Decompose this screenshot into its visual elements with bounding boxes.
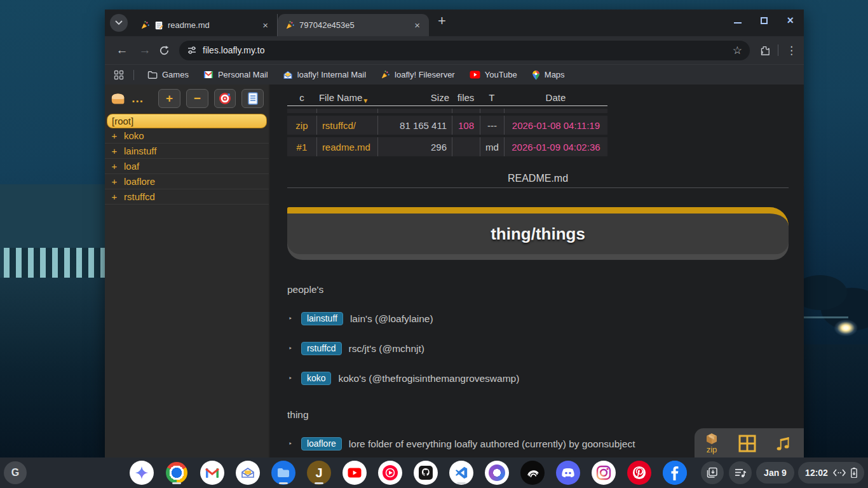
expand-all-button[interactable]: +	[158, 89, 180, 108]
maps-pin-icon	[532, 70, 540, 80]
media-controls-tray-button[interactable]	[729, 461, 752, 484]
tree-item-loaf[interactable]: + loaf	[105, 159, 269, 174]
address-bar[interactable]: files.loafly.my.to ☆	[179, 41, 750, 60]
pinterest-app-icon[interactable]	[627, 461, 651, 485]
tree-item-loaflore[interactable]: + loaflore	[105, 174, 269, 189]
badge-koko[interactable]: koko	[301, 372, 332, 385]
tab-title: 797042e453e5	[299, 20, 407, 30]
cell-size: 81 165 411	[377, 116, 452, 135]
gemini-app-icon[interactable]	[130, 461, 154, 485]
table-row-rstuffcd: zip rstuffcd/ 81 165 411 108 --- 2026-01…	[287, 116, 607, 135]
bookmark-personal-mail[interactable]: Personal Mail	[200, 70, 272, 79]
reload-button[interactable]	[158, 44, 170, 57]
tree-item-rstuffcd[interactable]: + rstuffcd	[105, 189, 269, 205]
tree-item-koko[interactable]: + koko	[105, 128, 269, 144]
apps-grid-icon[interactable]	[114, 70, 124, 80]
party-popper-icon	[381, 70, 390, 79]
loop-app-icon[interactable]	[485, 461, 509, 485]
bookmarks-bar: Games Personal Mail loafly! Internal Mai…	[105, 64, 804, 85]
zip-download-button[interactable]: zip	[705, 433, 719, 454]
bullet-icon: ‣	[288, 375, 292, 382]
folder-icon	[147, 71, 158, 79]
bookmarks-divider	[133, 70, 134, 80]
minimize-button[interactable]	[734, 18, 742, 24]
forward-button[interactable]: →	[135, 43, 154, 57]
badge-loaflore[interactable]: loaflore	[301, 437, 342, 451]
maximize-button[interactable]	[761, 17, 768, 24]
mail-app-icon[interactable]	[236, 461, 260, 485]
tab-close-icon[interactable]: ×	[412, 19, 423, 31]
cell-filename-link[interactable]: rstuffcd/	[316, 116, 377, 135]
status-area-button[interactable]: 12:02	[798, 462, 864, 484]
col-header-files[interactable]: files	[452, 91, 480, 106]
dartboard-icon	[218, 92, 232, 105]
cell-zip-link[interactable]: zip	[287, 116, 316, 135]
browser-menu-button[interactable]: ⋮	[786, 44, 796, 57]
tree-item-label: rstuffcd	[124, 191, 155, 202]
readme-doc-button[interactable]	[241, 89, 264, 108]
close-window-button[interactable]: ×	[787, 17, 794, 24]
extensions-icon[interactable]	[759, 44, 770, 56]
browser-toolbar: ← → files.loafly.my.to ☆ ⋮	[105, 36, 804, 64]
col-header-date[interactable]: Date	[504, 91, 607, 106]
bookmark-label: Games	[162, 70, 189, 79]
bookmark-internal-mail[interactable]: loafly! Internal Mail	[279, 70, 370, 79]
col-header-size[interactable]: Size	[377, 91, 452, 106]
tree-item-lainstuff[interactable]: + lainstuff	[105, 144, 269, 159]
bookmark-maps[interactable]: Maps	[528, 70, 569, 80]
tab-hash[interactable]: 797042e453e5 ×	[278, 14, 429, 36]
bookmark-games[interactable]: Games	[144, 70, 193, 79]
expand-icon[interactable]: +	[110, 161, 119, 172]
expand-icon[interactable]: +	[110, 146, 119, 156]
music-note-button[interactable]	[776, 435, 791, 452]
col-header-type[interactable]: T	[480, 91, 504, 106]
launcher-button[interactable]: G	[4, 461, 27, 484]
chrome-app-icon[interactable]	[165, 461, 189, 485]
new-tab-button[interactable]: +	[438, 13, 446, 29]
discord-app-icon[interactable]	[556, 461, 580, 485]
col-header-filename[interactable]: File Name▼	[316, 91, 377, 106]
github-app-icon[interactable]	[414, 461, 438, 485]
j-app-icon[interactable]: J	[307, 461, 331, 485]
list-item: ‣ rstuffcd rsc/jt's (@mchnjt)	[287, 342, 789, 355]
col-header-c[interactable]: c	[287, 91, 316, 106]
browser-window: readme.md × 797042e453e5 × + × ← →	[105, 10, 804, 458]
tree-item-root[interactable]: [root]	[107, 114, 267, 128]
expand-icon[interactable]: +	[110, 130, 119, 141]
cell-filename-link[interactable]: readme.md	[316, 137, 377, 156]
facebook-app-icon[interactable]	[663, 461, 687, 485]
tab-search-button[interactable]	[110, 14, 128, 32]
badge-lainstuff[interactable]: lainstuff	[301, 312, 343, 325]
bookmark-youtube[interactable]: YouTube	[466, 70, 521, 79]
running-indicator	[172, 482, 181, 484]
instagram-app-icon[interactable]	[592, 461, 616, 485]
bookmark-star-icon[interactable]: ☆	[733, 44, 742, 57]
expand-icon[interactable]: +	[110, 176, 119, 187]
arcs-app-icon[interactable]	[520, 461, 545, 485]
tab-close-icon[interactable]: ×	[260, 19, 271, 31]
calendar-date-button[interactable]: Jan 9	[756, 462, 794, 484]
list-item-text: koko's (@thefrogisinthemangroveswamp)	[338, 373, 519, 384]
corner-toolbar: zip	[695, 428, 804, 458]
tree-item-label: lainstuff	[124, 146, 156, 156]
collapse-all-button[interactable]: −	[186, 89, 208, 108]
bookmark-fileserver[interactable]: loafly! Fileserver	[377, 70, 459, 79]
target-button[interactable]	[214, 89, 236, 108]
window-grid-button[interactable]	[738, 434, 757, 453]
battery-icon	[851, 468, 857, 478]
screen-capture-tray-button[interactable]	[701, 461, 724, 484]
vscode-app-icon[interactable]	[449, 461, 473, 485]
expand-icon[interactable]: +	[110, 191, 119, 202]
files-app-icon[interactable]	[271, 461, 295, 485]
site-settings-icon[interactable]	[187, 45, 197, 55]
youtube-app-icon[interactable]	[342, 461, 367, 485]
back-button[interactable]: ←	[112, 43, 132, 57]
wallpaper-streetlight	[830, 316, 865, 342]
badge-rstuffcd[interactable]: rstuffcd	[301, 342, 342, 355]
file-tree-sidebar: ... + − [root]	[105, 85, 270, 458]
cell-zip-link[interactable]: #1	[287, 137, 316, 156]
url-text[interactable]: files.loafly.my.to	[203, 45, 727, 55]
tab-readme[interactable]: readme.md ×	[133, 14, 278, 36]
gmail-app-icon[interactable]	[200, 461, 224, 485]
youtube-music-app-icon[interactable]	[378, 461, 402, 485]
